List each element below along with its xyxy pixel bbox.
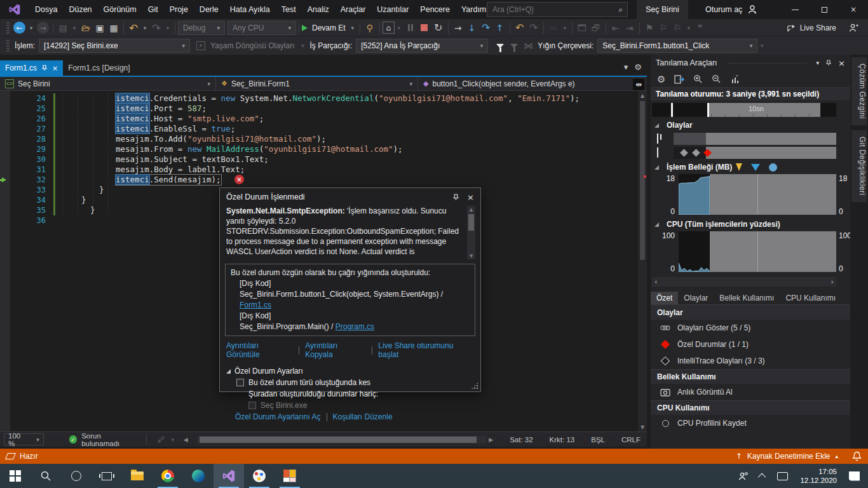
menu-item[interactable]: Git	[142, 0, 164, 19]
restart-icon[interactable]: ↻	[431, 21, 445, 35]
menu-item[interactable]: Görünüm	[98, 0, 142, 19]
stack-frame-link[interactable]: Form1.cs	[240, 301, 271, 309]
memory-chart[interactable]	[679, 174, 836, 215]
code-line[interactable]: 26istemci.Host = "smtp.live.com";	[0, 114, 635, 124]
chevron-down-icon[interactable]: ▾	[817, 60, 820, 66]
menu-item[interactable]: Proje	[164, 0, 194, 19]
code-line[interactable]: 25istemci.Port = 587;	[0, 104, 635, 114]
solution-configurations-dropdown[interactable]: Debug▾	[178, 21, 225, 35]
hscroll-left-icon[interactable]: ◀	[184, 437, 188, 443]
filter-flagged-icon[interactable]	[507, 39, 521, 53]
summary-item[interactable]: Olayları Göster (5 / 5)	[651, 320, 850, 336]
new-file-icon[interactable]: ▤	[56, 21, 70, 35]
exception-action-link[interactable]: Ayrıntıları Kopyala	[305, 341, 366, 359]
immediate-window-icon[interactable]: 🗗	[589, 21, 603, 35]
tab-form1-cs-design[interactable]: Form1.cs [Design]	[63, 60, 135, 76]
break-events-row[interactable]	[651, 132, 850, 146]
solution-platforms-dropdown[interactable]: Any CPU▾	[227, 21, 296, 35]
lifecycle-chevron-icon[interactable]: ▾	[299, 39, 308, 53]
menu-item[interactable]: Derle	[194, 0, 224, 19]
zoom-dropdown[interactable]: 100 %▾	[4, 433, 44, 445]
tab-summary[interactable]: Özet	[651, 292, 678, 304]
minimize-button[interactable]	[780, 0, 810, 19]
search-icon[interactable]: ⌕	[618, 5, 623, 14]
start-button[interactable]	[0, 464, 31, 488]
popup-scrollbar[interactable]: ▲ ▼	[467, 206, 475, 259]
close-icon[interactable]: ×	[838, 58, 845, 68]
pause-icon[interactable]	[403, 21, 417, 35]
summary-item[interactable]: CPU Profilini Kaydet	[651, 415, 850, 431]
tab-events[interactable]: Olaylar	[678, 292, 714, 304]
edge-button[interactable]	[183, 464, 214, 488]
scroll-down-icon[interactable]: ▼	[638, 423, 647, 431]
navigate-back-chevron-icon[interactable]: ▾	[27, 21, 36, 35]
filter-threads-icon[interactable]	[493, 39, 507, 53]
intellitrace-events-row[interactable]	[651, 146, 850, 159]
pin-icon[interactable]	[41, 65, 48, 71]
comment-icon[interactable]: ❞	[693, 21, 707, 35]
tab-form1-cs[interactable]: Form1.cs ×	[0, 60, 63, 76]
save-icon[interactable]: ▣	[93, 21, 107, 35]
timeline-selection[interactable]	[707, 103, 820, 117]
show-hidden-icons-button[interactable]	[756, 464, 770, 488]
gear-icon[interactable]: ⚙	[657, 74, 665, 85]
stop-debugging-icon[interactable]	[417, 21, 431, 35]
menu-item[interactable]: Araçlar	[335, 0, 372, 19]
chevron-down-icon[interactable]: ▾	[624, 62, 628, 72]
menu-item[interactable]: Dosya	[29, 0, 63, 19]
step-out-icon[interactable]: ↑	[493, 21, 507, 35]
lifecycle-events-icon[interactable]: ⚡	[196, 41, 205, 50]
breakpoints-chevron-icon[interactable]: ▾	[560, 21, 569, 35]
output-window-icon[interactable]: 🗔	[575, 21, 589, 35]
people-tray-icon[interactable]	[734, 464, 753, 488]
user-icon[interactable]	[747, 4, 757, 15]
file-explorer-button[interactable]	[122, 464, 153, 488]
pin-icon[interactable]	[825, 60, 832, 66]
editor-horizontal-scrollbar[interactable]	[197, 436, 487, 444]
timeline-ruler[interactable]: 10sn	[652, 103, 836, 117]
search-input[interactable]	[487, 5, 618, 14]
open-folder-icon[interactable]: 🗁	[79, 21, 93, 35]
toolbar-grip[interactable]	[6, 22, 10, 34]
show-next-statement-icon[interactable]: →	[451, 21, 465, 35]
cortana-button[interactable]	[61, 464, 92, 488]
navigate-back-button[interactable]: ←	[13, 22, 25, 34]
suspend-threads-icon[interactable]: ⋈	[521, 39, 535, 53]
cpu-section-header[interactable]: CPU (Tüm işlemcilerin yüzdesi)	[651, 219, 784, 230]
code-line[interactable]: 28mesajım.To.Add("oyunbilgisi71@hotmail.…	[0, 134, 635, 144]
cpu-chart[interactable]	[679, 231, 836, 272]
bookmark-prev-icon[interactable]: ⚐	[656, 21, 670, 35]
task-view-button[interactable]	[92, 464, 122, 488]
export-icon[interactable]	[674, 75, 684, 84]
restore-button[interactable]	[810, 0, 839, 19]
close-icon[interactable]: ×	[467, 193, 474, 202]
upload-arrow-icon[interactable]: ↑	[736, 452, 742, 461]
health-label[interactable]: Sorun bulunamadı	[81, 432, 139, 447]
close-tab-icon[interactable]: ×	[52, 64, 58, 72]
tab-memory-usage[interactable]: Bellek Kullanımı	[714, 292, 780, 304]
redo-icon[interactable]: ↷	[149, 21, 163, 35]
type-dropdown[interactable]: ❖ Seç_Birini.Form1▾	[216, 77, 418, 91]
step-into-icon[interactable]: ↓	[465, 21, 479, 35]
bookmark-icon[interactable]: ⚑	[642, 21, 656, 35]
bookmark-next-icon[interactable]: ⚐	[670, 21, 684, 35]
event-diamond-icon[interactable]	[692, 149, 700, 157]
lifecycle-events-label[interactable]: Yaşam Döngüsü Olayları	[210, 41, 295, 50]
scroll-down-icon[interactable]: ▼	[467, 252, 475, 259]
sign-in-label[interactable]: Oturum aç	[705, 5, 742, 14]
summary-item[interactable]: IntelliTrace Olayları (3 / 3)	[651, 353, 850, 369]
events-section-header[interactable]: Olaylar	[651, 119, 696, 131]
taskbar-search-button[interactable]	[31, 464, 61, 488]
menu-item[interactable]: Test	[276, 0, 302, 19]
thread-dropdown[interactable]: [5252] Ana İş Parçacığı▾	[356, 39, 488, 53]
attach-process-icon[interactable]: ⚲	[363, 21, 377, 35]
project-dropdown[interactable]: C# Seç Birini▾	[0, 77, 216, 91]
break-checkbox[interactable]	[236, 379, 244, 386]
scroll-right-icon[interactable]: ›	[831, 278, 834, 286]
navigate-forward-button[interactable]: →	[37, 22, 49, 34]
indent-increase-icon[interactable]: ⇥	[623, 21, 637, 35]
stack-frame-link[interactable]: Program.cs	[336, 322, 374, 331]
settings-action-link[interactable]: Koşulları Düzenle	[333, 412, 393, 421]
zoom-in-icon[interactable]	[693, 74, 703, 84]
action-center-button[interactable]	[844, 464, 864, 488]
